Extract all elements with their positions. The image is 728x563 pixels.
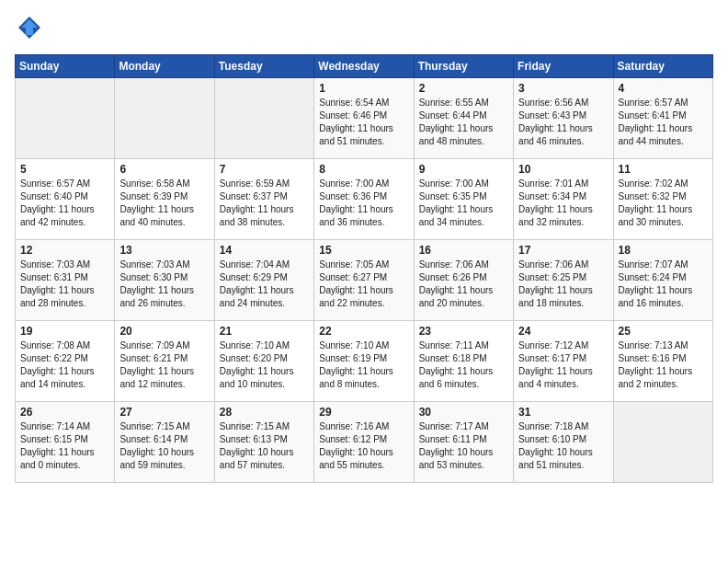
calendar-cell: 2Sunrise: 6:55 AM Sunset: 6:44 PM Daylig… [414, 78, 513, 159]
calendar-week-row: 12Sunrise: 7:03 AM Sunset: 6:31 PM Dayli… [16, 240, 713, 321]
day-number: 7 [220, 163, 309, 176]
day-number: 17 [518, 244, 608, 257]
calendar-cell: 5Sunrise: 6:57 AM Sunset: 6:40 PM Daylig… [16, 159, 115, 240]
day-number: 2 [419, 82, 508, 95]
calendar-cell: 31Sunrise: 7:18 AM Sunset: 6:10 PM Dayli… [514, 402, 613, 483]
calendar-cell [115, 78, 214, 159]
weekday-header-cell: Thursday [414, 55, 513, 78]
day-number: 10 [518, 163, 608, 176]
day-info: Sunrise: 7:04 AM Sunset: 6:29 PM Dayligh… [220, 259, 309, 310]
day-number: 22 [319, 325, 408, 338]
calendar-cell: 7Sunrise: 6:59 AM Sunset: 6:37 PM Daylig… [214, 159, 313, 240]
day-info: Sunrise: 7:08 AM Sunset: 6:22 PM Dayligh… [20, 339, 109, 391]
weekday-header-cell: Saturday [613, 55, 712, 78]
calendar-cell: 13Sunrise: 7:03 AM Sunset: 6:30 PM Dayli… [115, 240, 214, 321]
day-number: 9 [419, 163, 508, 176]
day-info: Sunrise: 7:09 AM Sunset: 6:21 PM Dayligh… [119, 339, 209, 391]
day-info: Sunrise: 6:55 AM Sunset: 6:44 PM Dayligh… [419, 97, 508, 148]
day-number: 13 [119, 244, 209, 257]
day-info: Sunrise: 7:07 AM Sunset: 6:24 PM Dayligh… [619, 259, 708, 310]
calendar-cell [613, 402, 712, 483]
day-info: Sunrise: 7:15 AM Sunset: 6:14 PM Dayligh… [119, 420, 209, 472]
calendar-cell: 23Sunrise: 7:11 AM Sunset: 6:18 PM Dayli… [414, 321, 513, 402]
calendar-cell: 29Sunrise: 7:16 AM Sunset: 6:12 PM Dayli… [314, 402, 414, 483]
day-number: 26 [20, 406, 109, 419]
calendar-week-row: 1Sunrise: 6:54 AM Sunset: 6:46 PM Daylig… [16, 78, 713, 159]
day-number: 27 [119, 406, 209, 419]
day-info: Sunrise: 7:02 AM Sunset: 6:32 PM Dayligh… [619, 178, 708, 229]
calendar-week-row: 5Sunrise: 6:57 AM Sunset: 6:40 PM Daylig… [16, 159, 713, 240]
weekday-header-cell: Friday [514, 55, 613, 78]
calendar-cell: 27Sunrise: 7:15 AM Sunset: 6:14 PM Dayli… [115, 402, 214, 483]
day-info: Sunrise: 7:10 AM Sunset: 6:20 PM Dayligh… [220, 339, 309, 391]
page-header [15, 15, 713, 45]
day-info: Sunrise: 7:10 AM Sunset: 6:19 PM Dayligh… [319, 339, 408, 391]
calendar-cell: 9Sunrise: 7:00 AM Sunset: 6:35 PM Daylig… [414, 159, 513, 240]
day-number: 15 [319, 244, 408, 257]
day-info: Sunrise: 7:11 AM Sunset: 6:18 PM Dayligh… [419, 339, 508, 391]
day-number: 19 [20, 325, 109, 338]
day-number: 11 [619, 163, 708, 176]
calendar-cell: 20Sunrise: 7:09 AM Sunset: 6:21 PM Dayli… [115, 321, 214, 402]
day-number: 18 [619, 244, 708, 257]
calendar-cell: 25Sunrise: 7:13 AM Sunset: 6:16 PM Dayli… [613, 321, 712, 402]
day-info: Sunrise: 7:01 AM Sunset: 6:34 PM Dayligh… [518, 178, 608, 229]
day-info: Sunrise: 6:56 AM Sunset: 6:43 PM Dayligh… [518, 97, 608, 148]
day-number: 20 [119, 325, 209, 338]
calendar-cell: 8Sunrise: 7:00 AM Sunset: 6:36 PM Daylig… [314, 159, 414, 240]
calendar-cell: 24Sunrise: 7:12 AM Sunset: 6:17 PM Dayli… [514, 321, 613, 402]
calendar-week-row: 26Sunrise: 7:14 AM Sunset: 6:15 PM Dayli… [16, 402, 713, 483]
day-info: Sunrise: 6:57 AM Sunset: 6:40 PM Dayligh… [20, 178, 109, 229]
calendar-cell: 10Sunrise: 7:01 AM Sunset: 6:34 PM Dayli… [514, 159, 613, 240]
weekday-header-cell: Sunday [16, 55, 115, 78]
calendar-cell: 17Sunrise: 7:06 AM Sunset: 6:25 PM Dayli… [514, 240, 613, 321]
logo-icon [17, 15, 42, 40]
day-info: Sunrise: 7:03 AM Sunset: 6:30 PM Dayligh… [119, 259, 209, 310]
day-number: 25 [619, 325, 708, 338]
calendar-cell: 4Sunrise: 6:57 AM Sunset: 6:41 PM Daylig… [613, 78, 712, 159]
weekday-header-cell: Tuesday [214, 55, 313, 78]
day-number: 4 [619, 82, 708, 95]
day-info: Sunrise: 7:12 AM Sunset: 6:17 PM Dayligh… [518, 339, 608, 391]
day-number: 23 [419, 325, 508, 338]
day-number: 8 [319, 163, 408, 176]
calendar-cell [214, 78, 313, 159]
day-number: 3 [518, 82, 608, 95]
day-info: Sunrise: 7:05 AM Sunset: 6:27 PM Dayligh… [319, 259, 408, 310]
day-number: 16 [419, 244, 508, 257]
weekday-header-cell: Monday [115, 55, 214, 78]
calendar-cell: 15Sunrise: 7:05 AM Sunset: 6:27 PM Dayli… [314, 240, 414, 321]
calendar-cell: 30Sunrise: 7:17 AM Sunset: 6:11 PM Dayli… [414, 402, 513, 483]
day-info: Sunrise: 6:57 AM Sunset: 6:41 PM Dayligh… [619, 97, 708, 148]
day-number: 31 [518, 406, 608, 419]
day-info: Sunrise: 7:16 AM Sunset: 6:12 PM Dayligh… [319, 420, 408, 472]
day-info: Sunrise: 7:14 AM Sunset: 6:15 PM Dayligh… [20, 420, 109, 472]
day-info: Sunrise: 7:18 AM Sunset: 6:10 PM Dayligh… [518, 420, 608, 472]
weekday-header-row: SundayMondayTuesdayWednesdayThursdayFrid… [16, 55, 713, 78]
day-info: Sunrise: 7:06 AM Sunset: 6:25 PM Dayligh… [518, 259, 608, 310]
calendar-cell: 19Sunrise: 7:08 AM Sunset: 6:22 PM Dayli… [16, 321, 115, 402]
day-info: Sunrise: 7:15 AM Sunset: 6:13 PM Dayligh… [220, 420, 309, 472]
calendar-table: SundayMondayTuesdayWednesdayThursdayFrid… [15, 54, 713, 483]
day-info: Sunrise: 7:00 AM Sunset: 6:35 PM Dayligh… [419, 178, 508, 229]
day-info: Sunrise: 7:06 AM Sunset: 6:26 PM Dayligh… [419, 259, 508, 310]
calendar-cell: 26Sunrise: 7:14 AM Sunset: 6:15 PM Dayli… [16, 402, 115, 483]
day-info: Sunrise: 7:13 AM Sunset: 6:16 PM Dayligh… [619, 339, 708, 391]
calendar-cell: 28Sunrise: 7:15 AM Sunset: 6:13 PM Dayli… [214, 402, 313, 483]
day-info: Sunrise: 6:54 AM Sunset: 6:46 PM Dayligh… [319, 97, 408, 148]
weekday-header-cell: Wednesday [314, 55, 414, 78]
calendar-cell: 14Sunrise: 7:04 AM Sunset: 6:29 PM Dayli… [214, 240, 313, 321]
calendar-cell: 6Sunrise: 6:58 AM Sunset: 6:39 PM Daylig… [115, 159, 214, 240]
calendar-cell: 16Sunrise: 7:06 AM Sunset: 6:26 PM Dayli… [414, 240, 513, 321]
day-number: 21 [220, 325, 309, 338]
calendar-week-row: 19Sunrise: 7:08 AM Sunset: 6:22 PM Dayli… [16, 321, 713, 402]
day-number: 29 [319, 406, 408, 419]
calendar-cell: 22Sunrise: 7:10 AM Sunset: 6:19 PM Dayli… [314, 321, 414, 402]
calendar-cell [16, 78, 115, 159]
day-number: 5 [20, 163, 109, 176]
day-info: Sunrise: 7:03 AM Sunset: 6:31 PM Dayligh… [20, 259, 109, 310]
day-number: 28 [220, 406, 309, 419]
day-number: 24 [518, 325, 608, 338]
calendar-cell: 21Sunrise: 7:10 AM Sunset: 6:20 PM Dayli… [214, 321, 313, 402]
calendar-cell: 1Sunrise: 6:54 AM Sunset: 6:46 PM Daylig… [314, 78, 414, 159]
